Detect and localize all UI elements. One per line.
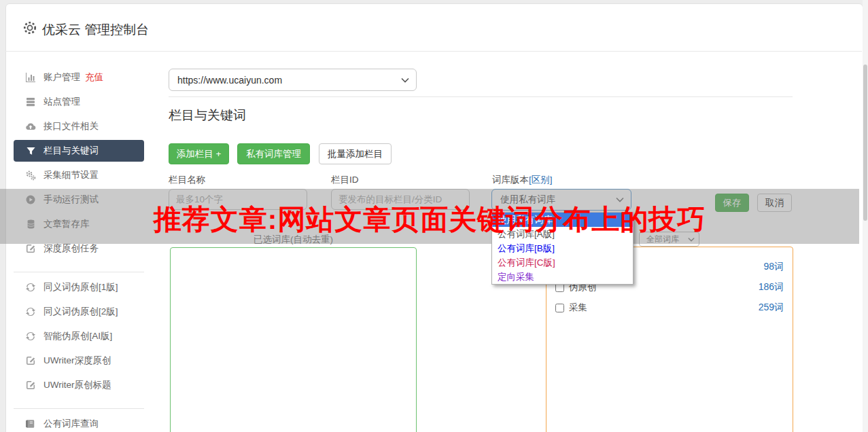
scrollbar-thumb[interactable] bbox=[863, 65, 867, 221]
sidebar-item-collect-settings[interactable]: 采集细节设置 bbox=[14, 164, 144, 186]
gears-icon bbox=[24, 170, 37, 181]
refresh-icon bbox=[24, 282, 37, 293]
sidebar-item-synonym-v2[interactable]: 同义词伪原创[2版] bbox=[14, 301, 144, 323]
sidebar-divider bbox=[14, 408, 144, 409]
sidebar-item-account[interactable]: 账户管理 充值 bbox=[14, 67, 144, 88]
add-column-button[interactable]: 添加栏目 + bbox=[169, 143, 229, 164]
sidebar-item-label: 深度原创任务 bbox=[44, 242, 99, 255]
sidebar-item-uwriter-deep[interactable]: UWriter深度原创 bbox=[14, 350, 144, 372]
recharge-link[interactable]: 充值 bbox=[85, 71, 103, 84]
section-divider bbox=[169, 96, 793, 97]
dropdown-option-directed-collect[interactable]: 定向采集 bbox=[492, 270, 633, 284]
sidebar-item-interface-files[interactable]: 接口文件相关 bbox=[14, 115, 144, 137]
app-title: 优采云 管理控制台 bbox=[42, 21, 149, 39]
sidebar-item-synonym-v1[interactable]: 同义词伪原创[1版] bbox=[14, 276, 144, 298]
private-thesaurus-button[interactable]: 私有词库管理 bbox=[237, 143, 310, 164]
word-list-row: 采集 259词 bbox=[555, 301, 784, 314]
sidebar-item-label: 账户管理 bbox=[44, 71, 80, 84]
sidebar-item-public-thesaurus[interactable]: 公有词库查询 bbox=[14, 413, 144, 432]
app-header: 优采云 管理控制台 bbox=[5, 3, 862, 52]
cloud-upload-icon bbox=[24, 121, 37, 132]
server-icon bbox=[24, 96, 37, 107]
sidebar-item-label: 公有词库查询 bbox=[44, 418, 99, 430]
word-label: 采集 bbox=[569, 302, 587, 314]
refresh-icon bbox=[24, 331, 37, 342]
thesaurus-version-text: 词库版本 bbox=[492, 175, 529, 185]
sidebar-item-label: 同义词伪原创[2版] bbox=[44, 306, 118, 318]
thesaurus-version-label: 词库版本[区别] bbox=[492, 174, 553, 186]
bar-chart-icon bbox=[24, 72, 37, 83]
sidebar-item-columns-keywords[interactable]: 栏目与关键词 bbox=[14, 140, 144, 162]
sidebar-item-label: UWriter深度原创 bbox=[44, 355, 111, 367]
dropdown-option-public-c[interactable]: 公有词库[C版] bbox=[492, 255, 633, 270]
sidebar-item-sites[interactable]: 站点管理 bbox=[14, 91, 144, 113]
sidebar-item-ai-rewrite[interactable]: 智能伪原创[AI版] bbox=[14, 325, 144, 347]
edit-icon bbox=[24, 243, 37, 254]
selected-keywords-box bbox=[170, 247, 417, 432]
recommendation-banner-text: 推荐文章:网站文章页面关键词分布上的技巧 bbox=[0, 201, 859, 238]
refresh-icon bbox=[24, 306, 37, 317]
word-checkbox[interactable] bbox=[555, 304, 564, 312]
sidebar-item-label: 同义词伪原创[1版] bbox=[44, 281, 118, 293]
sidebar-item-label: 采集细节设置 bbox=[44, 169, 99, 181]
sidebar-item-label: UWriter原创标题 bbox=[44, 379, 111, 391]
sidebar-item-label: 接口文件相关 bbox=[44, 120, 99, 132]
funnel-icon bbox=[24, 145, 37, 156]
chevron-down-icon bbox=[401, 77, 409, 83]
sidebar-item-label: 站点管理 bbox=[44, 96, 80, 108]
dropdown-option-public-b[interactable]: 公有词库[B版] bbox=[492, 241, 633, 255]
difference-link[interactable]: [区别] bbox=[529, 175, 553, 185]
sidebar-item-label: 栏目与关键词 bbox=[44, 145, 99, 157]
column-name-label: 栏目名称 bbox=[169, 174, 205, 186]
site-select[interactable]: https://www.ucaiyun.com bbox=[169, 69, 417, 91]
page-title: 栏目与关键词 bbox=[169, 107, 246, 124]
gear-icon bbox=[22, 20, 37, 35]
book-icon bbox=[24, 418, 37, 429]
sidebar-item-uwriter-title[interactable]: UWriter原创标题 bbox=[14, 374, 144, 396]
word-count: 98词 bbox=[763, 261, 784, 273]
batch-add-button[interactable]: 批量添加栏目 bbox=[319, 143, 392, 164]
sidebar-divider bbox=[14, 272, 144, 272]
sidebar-item-label: 智能伪原创[AI版] bbox=[44, 330, 112, 342]
edit-icon bbox=[24, 355, 37, 366]
site-select-value: https://www.ucaiyun.com bbox=[177, 75, 282, 86]
edit-icon bbox=[24, 380, 37, 391]
word-count: 259词 bbox=[759, 302, 784, 314]
column-id-label: 栏目ID bbox=[331, 174, 359, 186]
word-count: 186词 bbox=[759, 281, 784, 293]
